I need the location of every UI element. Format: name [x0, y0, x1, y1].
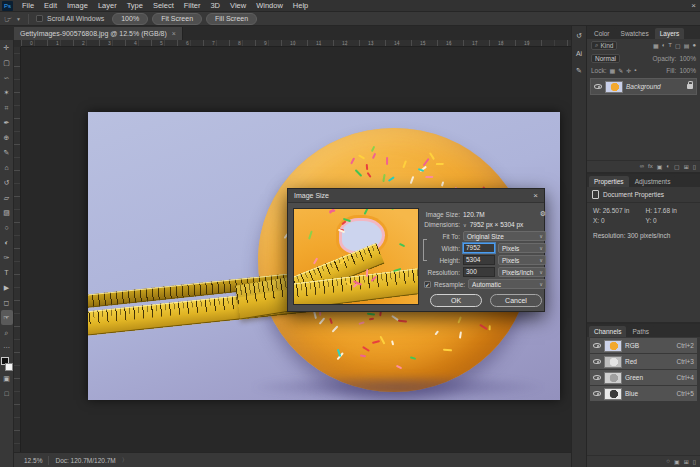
document-tab-close-icon[interactable]: × [172, 30, 176, 37]
channel-visibility-eye-icon[interactable] [593, 391, 601, 396]
filter-shape-layers-icon[interactable]: ▢ [675, 42, 681, 49]
layer-visibility-eye-icon[interactable] [594, 84, 602, 89]
channel-row-green[interactable]: GreenCtrl+4 [590, 370, 697, 385]
panel-tab-adjustments[interactable]: Adjustments [630, 176, 676, 187]
eyedropper-tool[interactable]: ✒ [1, 115, 13, 130]
filter-pixel-layers-icon[interactable]: ▦ [653, 42, 659, 49]
save-selection-icon[interactable]: ▣ [674, 458, 680, 465]
shape-tool[interactable]: ◻ [1, 295, 13, 310]
layer-group-icon[interactable]: ▢ [674, 163, 680, 170]
filter-type-layers-icon[interactable]: T [668, 42, 672, 49]
document-tab[interactable]: GettyImages-900576808.jpg @ 12.5% (RGB/8… [14, 27, 183, 40]
color-swatches[interactable] [1, 357, 13, 371]
menu-edit[interactable]: Edit [39, 0, 62, 12]
canvas-area[interactable]: 012345678910111213141516171819 Image Siz… [14, 40, 571, 452]
ruler-origin[interactable] [14, 40, 21, 47]
layer-lock-icon[interactable] [687, 84, 693, 89]
path-selection-tool[interactable]: ▶ [1, 280, 13, 295]
crop-tool[interactable]: ⌗ [1, 100, 13, 115]
resolution-unit-select[interactable]: Pixels/Inch [498, 267, 546, 277]
layer-row-background[interactable]: Background [590, 78, 697, 95]
channel-row-rgb[interactable]: RGBCtrl+2 [590, 338, 697, 353]
fill-value[interactable]: 100% [679, 67, 696, 74]
panel-tab-paths[interactable]: Paths [627, 326, 654, 337]
dialog-title-bar[interactable]: Image Size × [288, 189, 544, 203]
tool-preset-caret-icon[interactable]: ▼ [16, 16, 21, 22]
gradient-tool[interactable]: ▨ [1, 205, 13, 220]
fitscreen-button[interactable]: Fit Screen [152, 13, 202, 25]
filter-smart-objects-icon[interactable]: ▤ [684, 42, 690, 49]
height-input[interactable]: 5304 [463, 255, 495, 265]
channel-visibility-eye-icon[interactable] [593, 343, 601, 348]
layer-effects-icon[interactable]: fx [648, 163, 653, 170]
history-panel-icon[interactable]: ↺ [576, 32, 582, 40]
menu-select[interactable]: Select [148, 0, 179, 12]
lasso-tool[interactable]: ∽ [1, 70, 13, 85]
fillscreen-button[interactable]: Fill Screen [206, 13, 257, 25]
dialog-close-icon[interactable]: × [533, 191, 538, 200]
delete-channel-icon[interactable]: ▯ [693, 458, 696, 465]
channel-visibility-eye-icon[interactable] [593, 359, 601, 364]
type-tool[interactable]: T [1, 265, 13, 280]
scroll-all-windows-checkbox[interactable] [36, 15, 43, 22]
new-layer-icon[interactable]: ⊞ [684, 163, 689, 170]
zoom-tool[interactable]: ⌕ [1, 325, 13, 340]
clone-stamp-tool[interactable]: ⌂ [1, 160, 13, 175]
pen-tool[interactable]: ✑ [1, 250, 13, 265]
lock-position-icon[interactable]: ✛ [626, 67, 631, 74]
resolution-input[interactable]: 300 [463, 267, 495, 277]
lock-transparency-icon[interactable]: ▦ [610, 67, 616, 74]
channel-visibility-eye-icon[interactable] [593, 375, 601, 380]
menu-file[interactable]: File [17, 0, 39, 12]
panel-tab-properties[interactable]: Properties [589, 176, 629, 187]
quick-selection-tool[interactable]: ✶ [1, 85, 13, 100]
100-button[interactable]: 100% [112, 13, 148, 25]
hand-tool[interactable]: ☞ [1, 310, 13, 325]
filter-toggle-icon[interactable]: ● [692, 42, 696, 49]
panel-tab-color[interactable]: Color [589, 28, 615, 39]
new-channel-icon[interactable]: ⊞ [684, 458, 689, 465]
rectangular-marquee-tool[interactable]: ▢ [1, 55, 13, 70]
history-brush-tool[interactable]: ↺ [1, 175, 13, 190]
height-unit-select[interactable]: Pixels [498, 255, 546, 265]
background-color-swatch[interactable] [5, 363, 13, 371]
width-unit-select[interactable]: Pixels [498, 243, 546, 253]
lock-pixels-icon[interactable]: ✎ [618, 67, 623, 74]
screen-mode-icon[interactable]: □ [1, 386, 13, 401]
adjustment-layer-icon[interactable]: ◐ [666, 163, 670, 170]
menu-help[interactable]: Help [288, 0, 313, 12]
menu-type[interactable]: Type [122, 0, 148, 12]
layer-name[interactable]: Background [626, 83, 661, 90]
fit-to-select[interactable]: Original Size [463, 231, 546, 241]
menu-layer[interactable]: Layer [93, 0, 122, 12]
resample-select[interactable]: Automatic [468, 279, 546, 289]
menu-window[interactable]: Window [251, 0, 288, 12]
dimensions-caret-icon[interactable]: ∨ [463, 222, 467, 228]
status-menu-arrow-icon[interactable]: 〉 [122, 456, 128, 465]
brush-tool[interactable]: ✎ [1, 145, 13, 160]
panel-tab-swatches[interactable]: Swatches [616, 28, 654, 39]
filter-adjustment-layers-icon[interactable]: ◐ [662, 42, 666, 49]
layer-thumbnail[interactable] [605, 81, 623, 93]
dodge-tool[interactable]: ◐ [1, 235, 13, 250]
ai-panel-icon[interactable]: Ai [576, 50, 582, 57]
eraser-tool[interactable]: ▱ [1, 190, 13, 205]
menu-filter[interactable]: Filter [179, 0, 206, 12]
blend-mode-select[interactable]: Normal [591, 54, 620, 63]
width-input[interactable]: 7952 [463, 243, 495, 253]
link-layers-icon[interactable]: ∞ [640, 163, 644, 170]
menu-image[interactable]: Image [62, 0, 93, 12]
panel-tab-layers[interactable]: Layers [655, 28, 685, 39]
channel-row-red[interactable]: RedCtrl+3 [590, 354, 697, 369]
window-close-button[interactable]: × [691, 1, 696, 10]
cancel-button[interactable]: Cancel [490, 294, 542, 307]
menu-3d[interactable]: 3D [205, 0, 225, 12]
gear-icon[interactable]: ⚙ [540, 210, 546, 218]
resample-checkbox[interactable]: ✓ [424, 281, 431, 288]
image-preview[interactable] [293, 208, 419, 305]
spot-healing-brush-tool[interactable]: ⊕ [1, 130, 13, 145]
notes-panel-icon[interactable]: ✎ [576, 67, 582, 75]
panel-tab-channels[interactable]: Channels [589, 326, 626, 337]
layer-mask-icon[interactable]: ▣ [657, 163, 663, 170]
edit-toolbar[interactable]: ⋯ [1, 340, 13, 355]
